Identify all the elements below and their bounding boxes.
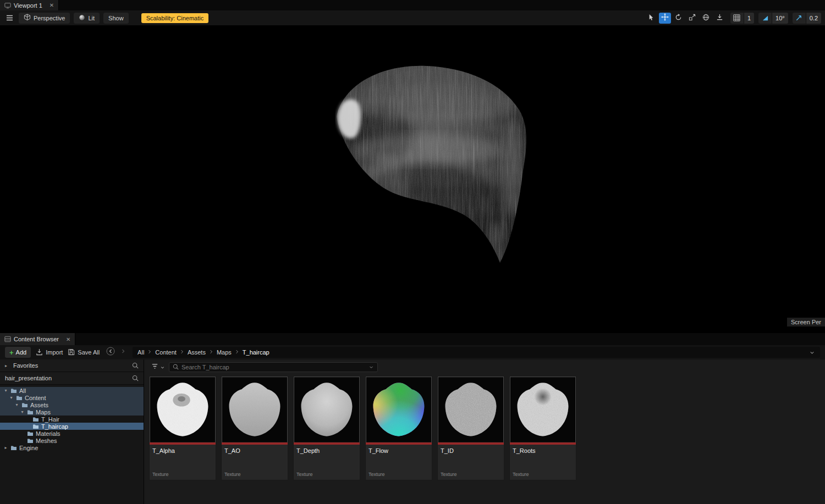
- lit-sphere-icon: [79, 14, 85, 22]
- save-all-button[interactable]: Save All: [68, 348, 100, 357]
- scale-tool-button[interactable]: [686, 13, 698, 24]
- tree-item-t-haircap-selected[interactable]: T_haircap: [0, 423, 144, 430]
- folder-icon: [32, 417, 39, 422]
- chevron-right-icon: [179, 349, 185, 356]
- search-icon[interactable]: [132, 362, 139, 369]
- folder-icon: [27, 438, 34, 444]
- search-icon[interactable]: [132, 375, 139, 381]
- folder-icon: [21, 402, 28, 408]
- scale-snap-control[interactable]: 0.2: [793, 13, 821, 24]
- breadcrumb-item-content[interactable]: Content: [155, 349, 177, 356]
- rotation-snap-value[interactable]: 10°: [772, 13, 788, 24]
- tree-item-all[interactable]: ▾ All: [0, 387, 144, 394]
- collection-section[interactable]: hair_presentation: [0, 372, 144, 385]
- viewport-menu-button[interactable]: [4, 13, 15, 24]
- search-input[interactable]: [182, 364, 366, 370]
- viewport-tab-bar: Viewport 1 ✕: [0, 0, 825, 10]
- chevron-right-icon[interactable]: ▸: [3, 445, 8, 450]
- folder-icon: [16, 395, 23, 401]
- tree-item-content[interactable]: ▾ Content: [0, 394, 144, 401]
- tree-item-t-hair[interactable]: T_Hair: [0, 416, 144, 423]
- tree-item-assets[interactable]: ▾ Assets: [0, 401, 144, 408]
- rotation-snap-control[interactable]: 10°: [758, 13, 788, 24]
- chevron-down-icon[interactable]: ▾: [3, 388, 8, 393]
- rotate-tool-button[interactable]: [673, 13, 685, 24]
- show-button[interactable]: Show: [103, 13, 129, 24]
- asset-info: T_Flow Texture: [366, 445, 432, 480]
- show-label: Show: [108, 15, 124, 21]
- chevron-down-icon[interactable]: [809, 350, 815, 356]
- tree-label: Materials: [36, 430, 61, 437]
- viewport-icon: [4, 2, 11, 9]
- sources-panel: ▸ Favorites hair_presentation ▾ All: [0, 359, 144, 504]
- filter-button[interactable]: [151, 362, 165, 372]
- asset-tile-t-ao[interactable]: T_AO Texture: [221, 376, 288, 480]
- viewport-toolbar: Perspective Lit Show Scalability: Cinema…: [0, 10, 825, 26]
- breadcrumb-item-maps[interactable]: Maps: [217, 349, 232, 356]
- asset-thumbnail: [222, 376, 288, 442]
- breadcrumb: All Content Assets Maps T_haircap: [133, 347, 820, 358]
- lit-button[interactable]: Lit: [74, 13, 100, 24]
- transform-tools-group: 1 10° 0.2: [645, 13, 821, 24]
- asset-tile-t-depth[interactable]: T_Depth Texture: [293, 376, 360, 480]
- scale-snap-value[interactable]: 0.2: [806, 13, 821, 24]
- asset-grid: T_Alpha Texture T_AO: [144, 374, 825, 504]
- tree-item-engine[interactable]: ▸ Engine: [0, 444, 144, 451]
- viewport-3d-canvas[interactable]: Screen Per: [0, 26, 825, 333]
- perspective-button[interactable]: Perspective: [19, 13, 70, 24]
- forward-button[interactable]: [119, 347, 128, 358]
- asset-tile-t-alpha[interactable]: T_Alpha Texture: [149, 376, 216, 480]
- tree-item-meshes[interactable]: Meshes: [0, 437, 144, 444]
- chevron-down-icon[interactable]: ▾: [9, 395, 14, 400]
- breadcrumb-item-all[interactable]: All: [138, 349, 144, 356]
- close-icon[interactable]: ✕: [66, 336, 70, 342]
- tree-item-materials[interactable]: Materials: [0, 430, 144, 437]
- add-button[interactable]: + Add: [5, 347, 31, 358]
- chevron-right-icon[interactable]: ▸: [5, 363, 10, 368]
- chevron-down-icon[interactable]: [369, 362, 374, 372]
- content-browser-icon: [4, 336, 11, 342]
- tree-label: Assets: [30, 402, 48, 408]
- back-button[interactable]: [106, 347, 115, 358]
- add-label: Add: [16, 349, 27, 356]
- surface-snapping-button[interactable]: [714, 13, 726, 24]
- asset-tile-t-roots[interactable]: T_Roots Texture: [509, 376, 576, 480]
- scale-icon: [689, 13, 696, 23]
- move-icon: [661, 13, 669, 23]
- asset-tile-t-flow[interactable]: T_Flow Texture: [365, 376, 432, 480]
- filter-row: [144, 359, 825, 374]
- grid-icon: [730, 14, 744, 21]
- asset-name: T_Flow: [369, 447, 429, 454]
- grid-snap-control[interactable]: 1: [730, 13, 754, 24]
- move-tool-button[interactable]: [659, 13, 671, 24]
- chevron-down-icon[interactable]: ▾: [20, 409, 25, 414]
- favorites-section[interactable]: ▸ Favorites: [0, 359, 144, 372]
- chevron-down-icon[interactable]: ▾: [14, 402, 19, 407]
- breadcrumb-item-assets[interactable]: Assets: [188, 349, 206, 356]
- tree-item-maps[interactable]: ▾ Maps: [0, 408, 144, 416]
- tree-label: T_Hair: [41, 416, 59, 423]
- cursor-icon: [647, 13, 654, 23]
- asset-name: T_Roots: [513, 447, 573, 454]
- asset-thumbnail: [294, 376, 360, 442]
- asset-info: T_Depth Texture: [294, 445, 360, 480]
- asset-search-box[interactable]: [169, 362, 378, 372]
- asset-tile-t-id[interactable]: T_ID Texture: [437, 376, 504, 480]
- breadcrumb-item-t-haircap[interactable]: T_haircap: [243, 349, 270, 356]
- hair-mesh-render: [0, 26, 825, 333]
- select-tool-button[interactable]: [645, 13, 657, 24]
- history-nav: [106, 347, 128, 358]
- close-icon[interactable]: ✕: [50, 2, 54, 8]
- asset-name: T_Alpha: [152, 447, 213, 454]
- angle-snap-icon: [758, 14, 772, 21]
- world-space-toggle[interactable]: [700, 13, 712, 24]
- content-browser-tab[interactable]: Content Browser ✕: [0, 333, 75, 345]
- asset-info: T_Roots Texture: [510, 445, 576, 480]
- perspective-label: Perspective: [34, 15, 65, 21]
- grid-snap-value[interactable]: 1: [744, 13, 754, 24]
- scalability-badge[interactable]: Scalability: Cinematic: [141, 13, 209, 23]
- import-button[interactable]: Import: [36, 348, 63, 357]
- content-browser-body: ▸ Favorites hair_presentation ▾ All: [0, 359, 825, 504]
- asset-type: Texture: [224, 472, 285, 477]
- viewport-tab[interactable]: Viewport 1 ✕: [0, 0, 59, 10]
